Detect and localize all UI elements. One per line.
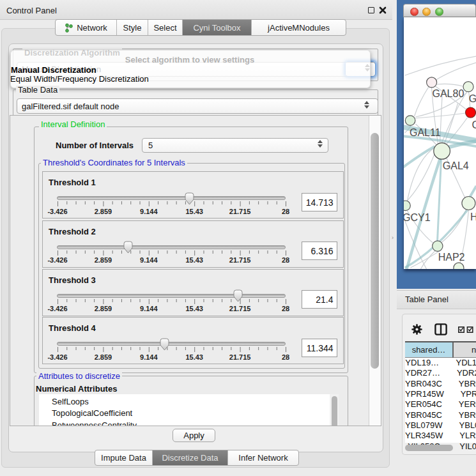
svg-text:GA: GA [468, 93, 476, 104]
svg-text:HI: HI [470, 211, 476, 222]
svg-text:C: C [472, 119, 476, 130]
svg-text:GAL11: GAL11 [410, 127, 441, 138]
svg-text:GAL80: GAL80 [432, 88, 464, 99]
svg-text:GCY1: GCY1 [404, 212, 431, 223]
svg-text:HAP2: HAP2 [438, 252, 464, 263]
svg-text:GAL4: GAL4 [442, 160, 468, 171]
